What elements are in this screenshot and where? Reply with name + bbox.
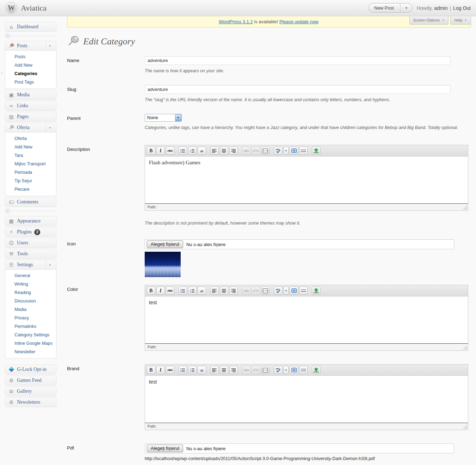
parent-select[interactable]: None ▼ xyxy=(145,114,182,122)
submenu-item-privacy[interactable]: Privacy xyxy=(5,314,56,322)
submenu-item-general[interactable]: General xyxy=(5,271,56,280)
numbered-list-icon[interactable]: 1 2 3 xyxy=(188,147,197,155)
link-icon[interactable] xyxy=(242,287,251,295)
more-tag-icon[interactable] xyxy=(261,287,270,295)
new-post-chevron-icon[interactable]: ▼ xyxy=(400,4,412,12)
sidebar-item-gallery[interactable]: ⧉ Gallery xyxy=(5,386,56,396)
screen-options-tab[interactable]: Screen Options ▼ xyxy=(409,16,449,25)
submenu-item-add-new[interactable]: Add New xyxy=(5,143,56,151)
sidebar-item-media[interactable]: ▣ Media xyxy=(5,90,56,100)
fullscreen-icon[interactable] xyxy=(290,287,298,295)
name-input[interactable] xyxy=(145,56,451,65)
resize-grip-icon[interactable] xyxy=(463,205,467,210)
strikethrough-icon[interactable]: ABC xyxy=(166,366,174,374)
sidebar-item-games-feed[interactable]: ⚙ Games Feed xyxy=(5,375,56,385)
kitchen-sink-icon[interactable] xyxy=(299,147,308,155)
align-right-icon[interactable] xyxy=(229,147,238,155)
menu-toggle-icon[interactable]: ▼ xyxy=(46,260,54,269)
brand-editor-content[interactable]: test xyxy=(145,376,468,423)
bullet-list-icon[interactable] xyxy=(179,287,187,295)
submenu-item-categories[interactable]: ›Categories xyxy=(5,69,56,78)
submenu-item-permalinks[interactable]: Permalinks xyxy=(5,322,56,331)
numbered-list-icon[interactable]: 1 2 3 xyxy=(188,366,197,374)
blockquote-icon[interactable]: “ xyxy=(198,366,206,374)
pdf-file-input[interactable]: Alegeți fișierul Nu s-au ales fișiere xyxy=(145,443,454,453)
spellcheck-dropdown-icon[interactable]: ▼ xyxy=(283,147,289,155)
submenu-item-media[interactable]: Media xyxy=(5,305,56,314)
sidebar-item-links[interactable]: ∞ Links xyxy=(5,101,56,111)
align-center-icon[interactable] xyxy=(220,287,228,295)
spellcheck-dropdown-icon[interactable]: ▼ xyxy=(283,366,289,374)
slug-input[interactable] xyxy=(145,85,451,94)
spellcheck-dropdown-icon[interactable]: ▼ xyxy=(283,287,289,295)
fullscreen-icon[interactable] xyxy=(290,147,298,155)
submenu-item-post-tags[interactable]: Post Tags xyxy=(5,78,56,86)
sidebar-item-comments[interactable]: Comments xyxy=(5,197,56,207)
submenu-item-plecare[interactable]: Plecare xyxy=(5,185,56,194)
bullet-list-icon[interactable] xyxy=(179,366,187,374)
italic-icon[interactable]: I xyxy=(156,287,165,295)
align-right-icon[interactable] xyxy=(229,366,238,374)
choose-file-button[interactable]: Alegeți fișierul xyxy=(147,240,183,248)
description-editor-content[interactable]: Flash adventure) Games xyxy=(145,157,468,203)
align-right-icon[interactable] xyxy=(229,287,238,295)
submenu-item-perioada[interactable]: Perioada xyxy=(5,168,56,177)
insert-image-icon[interactable] xyxy=(312,287,320,295)
sidebar-item-posts[interactable]: Posts ▼ xyxy=(5,41,56,51)
collapse-menu-icon[interactable]: « xyxy=(5,208,10,214)
align-center-icon[interactable] xyxy=(220,147,228,155)
submenu-item-newsletter[interactable]: Newsletter xyxy=(5,348,56,356)
insert-image-icon[interactable] xyxy=(312,147,320,155)
current-user-link[interactable]: admin xyxy=(434,5,448,11)
sidebar-item-tools[interactable]: ⚒ Tools xyxy=(5,249,56,259)
submenu-item-inline-google-maps[interactable]: Inline Google Maps xyxy=(5,339,56,348)
submenu-item-reading[interactable]: Reading xyxy=(5,288,56,297)
wordpress-version-link[interactable]: WordPress 3.1.2 xyxy=(219,19,253,24)
kitchen-sink-icon[interactable] xyxy=(299,366,308,374)
new-post-label[interactable]: New Post xyxy=(369,4,401,12)
strikethrough-icon[interactable]: ABC xyxy=(166,147,174,155)
italic-icon[interactable]: I xyxy=(156,366,165,374)
fullscreen-icon[interactable] xyxy=(290,366,298,374)
select-chevron-icon[interactable]: ▼ xyxy=(175,114,181,121)
link-icon[interactable] xyxy=(242,147,251,155)
logout-link[interactable]: Log Out xyxy=(453,5,471,11)
sidebar-item-dashboard[interactable]: ⌂ Dashboard xyxy=(5,22,56,32)
submenu-item-tip-sejur[interactable]: Tip Sejur xyxy=(5,177,56,185)
submenu-item-oferta[interactable]: Oferta xyxy=(5,134,56,143)
align-center-icon[interactable] xyxy=(220,366,228,374)
unlink-icon[interactable] xyxy=(252,287,260,295)
collapse-menu-icon[interactable]: « xyxy=(5,33,10,38)
italic-icon[interactable]: I xyxy=(156,147,165,155)
spellcheck-icon[interactable]: ABC xyxy=(274,287,282,295)
spellcheck-icon[interactable]: ABC xyxy=(274,147,282,155)
submenu-item-add-new[interactable]: Add New xyxy=(5,61,56,69)
link-icon[interactable] xyxy=(242,366,251,374)
kitchen-sink-icon[interactable] xyxy=(299,287,308,295)
insert-image-icon[interactable] xyxy=(312,366,320,374)
submenu-item-posts[interactable]: Posts xyxy=(5,53,56,61)
help-tab[interactable]: Help ▼ xyxy=(450,16,471,25)
resize-grip-icon[interactable] xyxy=(463,424,467,429)
blockquote-icon[interactable]: “ xyxy=(198,147,206,155)
sidebar-item-plugins[interactable]: ⚡ Plugins 2 xyxy=(5,227,56,237)
sidebar-item-users[interactable]: ☺ Users xyxy=(5,238,56,248)
sidebar-item-oferta[interactable]: Oferta ▼ xyxy=(5,123,56,133)
blockquote-icon[interactable]: “ xyxy=(198,287,206,295)
numbered-list-icon[interactable]: 1 2 3 xyxy=(188,287,197,295)
update-now-link[interactable]: Please update now xyxy=(279,19,318,24)
new-post-button[interactable]: New Post ▼ xyxy=(368,3,413,13)
menu-toggle-icon[interactable]: ▼ xyxy=(46,41,54,50)
sidebar-item-settings[interactable]: ☰ Settings ▼ xyxy=(5,260,56,270)
menu-toggle-icon[interactable]: ▼ xyxy=(46,123,54,132)
submenu-item-writing[interactable]: Writing xyxy=(5,280,56,288)
submenu-item-discussion[interactable]: Discussion xyxy=(5,297,56,305)
align-left-icon[interactable] xyxy=(210,147,219,155)
submenu-item-mijloc-transport[interactable]: Mijloc Transport xyxy=(5,160,56,168)
unlink-icon[interactable] xyxy=(252,147,260,155)
icon-file-input[interactable]: Alegeți fișierul Nu s-au ales fișiere xyxy=(145,239,454,249)
sidebar-item-newsletters[interactable]: ⚙ Newsletters xyxy=(5,397,56,407)
sidebar-item-appearance[interactable]: ▦ Appearance xyxy=(5,216,56,226)
submenu-item-tara[interactable]: Tara xyxy=(5,151,56,160)
strikethrough-icon[interactable]: ABC xyxy=(166,287,174,295)
